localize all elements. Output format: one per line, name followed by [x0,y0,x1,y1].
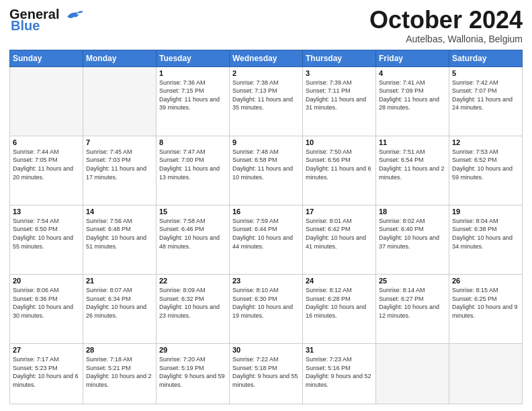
day-info: Sunrise: 7:18 AM Sunset: 5:21 PM Dayligh… [86,355,153,389]
calendar-day-cell: 13Sunrise: 7:54 AM Sunset: 6:50 PM Dayli… [10,205,83,274]
day-info: Sunrise: 7:58 AM Sunset: 6:46 PM Dayligh… [159,217,226,250]
logo: General Blue [9,7,83,34]
calendar-day-cell: 24Sunrise: 8:12 AM Sunset: 6:28 PM Dayli… [303,275,376,344]
day-info: Sunrise: 8:12 AM Sunset: 6:28 PM Dayligh… [306,286,373,320]
day-number: 22 [159,277,226,285]
calendar-day-cell [10,66,83,136]
day-info: Sunrise: 8:09 AM Sunset: 6:32 PM Dayligh… [159,286,226,320]
day-number: 3 [306,69,373,77]
day-info: Sunrise: 7:38 AM Sunset: 7:13 PM Dayligh… [232,79,300,112]
day-number: 15 [159,208,226,216]
calendar-day-cell: 22Sunrise: 8:09 AM Sunset: 6:32 PM Dayli… [157,275,230,344]
calendar-day-cell: 9Sunrise: 7:48 AM Sunset: 6:58 PM Daylig… [230,136,303,205]
day-number: 21 [86,277,153,285]
calendar-day-cell: 27Sunrise: 7:17 AM Sunset: 5:23 PM Dayli… [10,344,83,404]
calendar-week-row: 1Sunrise: 7:36 AM Sunset: 7:15 PM Daylig… [10,66,523,136]
calendar-day-cell: 14Sunrise: 7:56 AM Sunset: 6:48 PM Dayli… [83,205,157,274]
title-area: October 2024 Autelbas, Wallonia, Belgium [369,7,523,44]
logo-blue: Blue [9,18,40,34]
day-number: 2 [232,69,300,77]
calendar-week-row: 20Sunrise: 8:06 AM Sunset: 6:36 PM Dayli… [10,275,523,344]
calendar-day-cell: 1Sunrise: 7:36 AM Sunset: 7:15 PM Daylig… [157,66,230,136]
calendar-day-cell: 7Sunrise: 7:45 AM Sunset: 7:03 PM Daylig… [83,136,157,205]
calendar-day-cell: 11Sunrise: 7:51 AM Sunset: 6:54 PM Dayli… [376,136,449,205]
calendar-week-row: 6Sunrise: 7:44 AM Sunset: 7:05 PM Daylig… [10,136,523,205]
col-wednesday: Wednesday [230,50,303,66]
day-info: Sunrise: 7:47 AM Sunset: 7:00 PM Dayligh… [159,148,226,181]
col-friday: Friday [376,50,449,66]
calendar-day-cell: 15Sunrise: 7:58 AM Sunset: 6:46 PM Dayli… [157,205,230,274]
day-info: Sunrise: 7:23 AM Sunset: 5:16 PM Dayligh… [306,355,373,389]
location-subtitle: Autelbas, Wallonia, Belgium [369,34,523,44]
day-number: 20 [13,277,80,285]
calendar-day-cell: 8Sunrise: 7:47 AM Sunset: 7:00 PM Daylig… [157,136,230,205]
calendar-day-cell: 2Sunrise: 7:38 AM Sunset: 7:13 PM Daylig… [230,66,303,136]
col-sunday: Sunday [10,50,83,66]
day-info: Sunrise: 7:22 AM Sunset: 5:18 PM Dayligh… [232,355,300,389]
day-info: Sunrise: 7:45 AM Sunset: 7:03 PM Dayligh… [86,148,153,181]
day-info: Sunrise: 7:39 AM Sunset: 7:11 PM Dayligh… [306,79,373,112]
calendar-day-cell: 5Sunrise: 7:42 AM Sunset: 7:07 PM Daylig… [449,66,523,136]
day-number: 4 [379,69,446,77]
day-info: Sunrise: 8:07 AM Sunset: 6:34 PM Dayligh… [86,286,153,320]
day-number: 9 [232,138,300,146]
day-number: 5 [452,69,519,77]
day-info: Sunrise: 8:15 AM Sunset: 6:25 PM Dayligh… [452,286,519,320]
day-number: 17 [306,208,373,216]
day-info: Sunrise: 7:41 AM Sunset: 7:09 PM Dayligh… [379,79,446,112]
calendar-day-cell: 28Sunrise: 7:18 AM Sunset: 5:21 PM Dayli… [83,344,157,404]
day-info: Sunrise: 8:04 AM Sunset: 6:38 PM Dayligh… [452,217,519,250]
day-info: Sunrise: 7:48 AM Sunset: 6:58 PM Dayligh… [232,148,300,181]
day-number: 14 [86,208,153,216]
calendar-day-cell [449,344,523,404]
day-info: Sunrise: 8:06 AM Sunset: 6:36 PM Dayligh… [13,286,80,320]
day-info: Sunrise: 7:54 AM Sunset: 6:50 PM Dayligh… [13,217,80,250]
col-thursday: Thursday [303,50,376,66]
calendar-day-cell: 12Sunrise: 7:53 AM Sunset: 6:52 PM Dayli… [449,136,523,205]
day-number: 11 [379,138,446,146]
calendar-day-cell [376,344,449,404]
day-info: Sunrise: 8:02 AM Sunset: 6:40 PM Dayligh… [379,217,446,250]
day-info: Sunrise: 7:20 AM Sunset: 5:19 PM Dayligh… [159,355,226,389]
day-number: 27 [13,346,80,354]
col-monday: Monday [83,50,157,66]
day-info: Sunrise: 7:59 AM Sunset: 6:44 PM Dayligh… [232,217,300,250]
calendar-day-cell: 19Sunrise: 8:04 AM Sunset: 6:38 PM Dayli… [449,205,523,274]
page: General Blue October 2024 Autelbas, Wall… [0,0,532,411]
calendar-day-cell [83,66,157,136]
day-number: 10 [306,138,373,146]
header: General Blue October 2024 Autelbas, Wall… [9,7,523,44]
day-info: Sunrise: 7:44 AM Sunset: 7:05 PM Dayligh… [13,148,80,181]
day-number: 12 [452,138,519,146]
calendar-day-cell: 25Sunrise: 8:14 AM Sunset: 6:27 PM Dayli… [376,275,449,344]
day-number: 26 [452,277,519,285]
calendar-day-cell: 6Sunrise: 7:44 AM Sunset: 7:05 PM Daylig… [10,136,83,205]
day-info: Sunrise: 7:36 AM Sunset: 7:15 PM Dayligh… [159,79,226,112]
day-info: Sunrise: 8:10 AM Sunset: 6:30 PM Dayligh… [232,286,300,320]
calendar-week-row: 13Sunrise: 7:54 AM Sunset: 6:50 PM Dayli… [10,205,523,274]
day-number: 6 [13,138,80,146]
day-info: Sunrise: 7:42 AM Sunset: 7:07 PM Dayligh… [452,79,519,112]
calendar-day-cell: 3Sunrise: 7:39 AM Sunset: 7:11 PM Daylig… [303,66,376,136]
day-number: 7 [86,138,153,146]
calendar-day-cell: 4Sunrise: 7:41 AM Sunset: 7:09 PM Daylig… [376,66,449,136]
calendar-day-cell: 30Sunrise: 7:22 AM Sunset: 5:18 PM Dayli… [230,344,303,404]
day-number: 19 [452,208,519,216]
day-info: Sunrise: 8:01 AM Sunset: 6:42 PM Dayligh… [306,217,373,250]
day-number: 16 [232,208,300,216]
calendar-day-cell: 21Sunrise: 8:07 AM Sunset: 6:34 PM Dayli… [83,275,157,344]
day-number: 25 [379,277,446,285]
calendar-day-cell: 29Sunrise: 7:20 AM Sunset: 5:19 PM Dayli… [157,344,230,404]
day-number: 28 [86,346,153,354]
day-number: 23 [232,277,300,285]
day-number: 29 [159,346,226,354]
day-number: 24 [306,277,373,285]
day-info: Sunrise: 7:17 AM Sunset: 5:23 PM Dayligh… [13,355,80,389]
day-info: Sunrise: 7:50 AM Sunset: 6:56 PM Dayligh… [306,148,373,181]
calendar-day-cell: 16Sunrise: 7:59 AM Sunset: 6:44 PM Dayli… [230,205,303,274]
calendar-week-row: 27Sunrise: 7:17 AM Sunset: 5:23 PM Dayli… [10,344,523,404]
calendar-day-cell: 17Sunrise: 8:01 AM Sunset: 6:42 PM Dayli… [303,205,376,274]
calendar-header-row: Sunday Monday Tuesday Wednesday Thursday… [10,50,523,66]
calendar-day-cell: 10Sunrise: 7:50 AM Sunset: 6:56 PM Dayli… [303,136,376,205]
day-number: 30 [232,346,300,354]
